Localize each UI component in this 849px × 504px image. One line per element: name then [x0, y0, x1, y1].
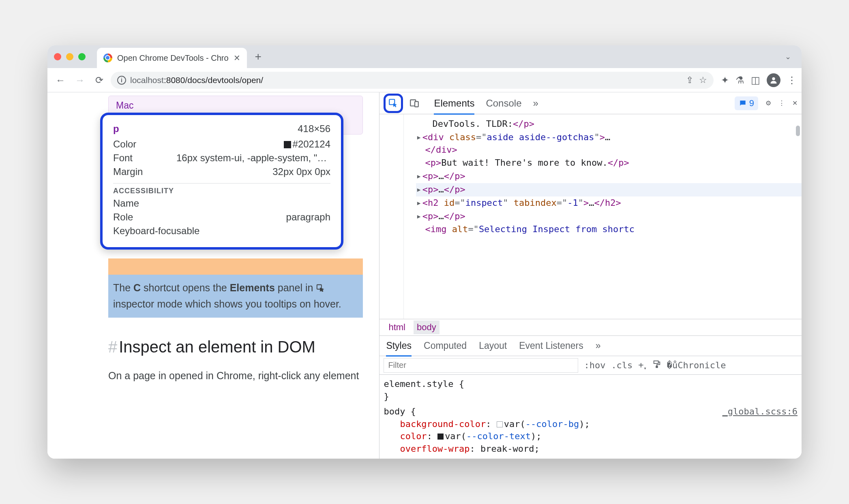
tooltip-role-value: paragraph	[286, 211, 330, 223]
devtools-close-icon[interactable]: ✕	[792, 99, 798, 107]
source-link[interactable]: _global.scss:6	[723, 406, 798, 418]
subtab-layout[interactable]: Layout	[479, 340, 507, 351]
svg-point-0	[772, 77, 775, 80]
tab-title: Open Chrome DevTools - Chro	[117, 53, 229, 63]
tooltip-dimensions: 418×56	[298, 123, 330, 135]
toolbar-icons: ✦ ⚗ ◫ ⋮	[721, 73, 797, 87]
dom-breadcrumb: html body	[379, 319, 802, 336]
tab-console[interactable]: Console	[486, 98, 521, 109]
profile-avatar[interactable]	[767, 73, 780, 87]
tooltip-font-label: Font	[113, 152, 133, 164]
cls-toggle[interactable]: .cls	[611, 360, 632, 370]
maximize-window-button[interactable]	[78, 53, 86, 60]
back-button[interactable]: ←	[52, 72, 69, 88]
section-heading: #Inspect an element in DOM	[108, 338, 363, 356]
rendered-page: Mac Option + C Option + J s panel and DO…	[47, 92, 379, 459]
subtabs-overflow[interactable]: »	[596, 340, 601, 351]
tooltip-name-label: Name	[113, 198, 139, 209]
hov-toggle[interactable]: :hov	[584, 360, 605, 370]
styles-toolbar: :hov .cls +▾ �ůChronicle	[379, 356, 802, 375]
tooltip-a11y-heading: ACCESSIBILITY	[113, 187, 330, 195]
svg-rect-6	[656, 366, 658, 368]
chrome-favicon	[103, 53, 112, 62]
tab-list-dropdown[interactable]: ⌄	[781, 52, 795, 61]
css-decl-overflow-wrap[interactable]: overflow-wrap: break-word;	[384, 443, 798, 455]
highlighted-paragraph: The C shortcut opens the Elements panel …	[108, 258, 363, 318]
url-host: localhost	[130, 75, 164, 85]
margin-overlay	[108, 258, 363, 275]
tooltip-font-value: 16px system-ui, -apple-system, "syste…	[176, 152, 330, 164]
address-bar[interactable]: i localhost:8080/docs/devtools/open/ ⇪ ☆	[111, 72, 714, 89]
tabs-overflow[interactable]: »	[533, 98, 538, 109]
color-swatch-icon[interactable]	[497, 421, 503, 427]
subtab-computed[interactable]: Computed	[424, 340, 467, 351]
browser-tab[interactable]: Open Chrome DevTools - Chro ✕	[97, 48, 247, 68]
css-rule-body[interactable]: body { _global.scss:6	[384, 406, 798, 418]
tooltip-tagname: p	[113, 123, 119, 135]
color-swatch-icon[interactable]	[437, 434, 444, 440]
tooltip-color-value: #202124	[293, 139, 330, 149]
content-overlay: The C shortcut opens the Elements panel …	[108, 275, 363, 318]
scrollbar-thumb[interactable]	[796, 126, 800, 136]
breadcrumb-html[interactable]: html	[385, 320, 409, 334]
devtools-tabs: Elements Console »	[434, 98, 538, 109]
device-toolbar-button[interactable]	[407, 96, 422, 111]
tooltip-margin-value: 32px 0px 0px	[272, 166, 330, 177]
extensions-icon[interactable]: ✦	[721, 75, 729, 86]
computed-sidebar-toggle-icon[interactable]: �ůChronicle	[667, 360, 726, 370]
url-path: :8080/docs/devtools/open/	[164, 75, 263, 85]
elements-gutter	[379, 114, 404, 319]
selected-dom-node[interactable]: ▸<p>…</p>	[416, 183, 802, 196]
side-panel-icon[interactable]: ◫	[751, 75, 760, 86]
styles-filter-input[interactable]	[384, 358, 578, 373]
elements-dom-tree[interactable]: DevTools. TLDR:</p> ▸<div class="aside a…	[379, 114, 802, 319]
devtools-panel: Elements Console » 9 ⚙ ⋮ ✕ DevTools	[379, 92, 802, 459]
paint-icon[interactable]	[652, 360, 661, 371]
window-controls	[54, 53, 86, 60]
devtools-settings-icon[interactable]: ⚙	[765, 99, 771, 107]
css-decl-color[interactable]: color: var(--color-text);	[384, 430, 798, 443]
tab-close-button[interactable]: ✕	[234, 53, 240, 63]
devtools-header: Elements Console » 9 ⚙ ⋮ ✕	[379, 92, 802, 114]
window-title-bar: Open Chrome DevTools - Chro ✕ + ⌄	[47, 45, 802, 68]
inspect-glyph-icon	[316, 282, 325, 297]
content-area: Mac Option + C Option + J s panel and DO…	[47, 92, 802, 459]
chrome-menu-icon[interactable]: ⋮	[787, 75, 797, 86]
reload-button[interactable]: ⟳	[91, 72, 107, 88]
breadcrumb-body[interactable]: body	[414, 320, 440, 334]
new-tab-button[interactable]: +	[255, 50, 262, 63]
labs-icon[interactable]: ⚗	[735, 75, 744, 86]
styles-pane[interactable]: element.style { } body { _global.scss:6 …	[379, 375, 802, 459]
css-decl-background-color[interactable]: background-color: var(--color-bg);	[384, 418, 798, 431]
toolbar: ← → ⟳ i localhost:8080/docs/devtools/ope…	[47, 68, 802, 92]
share-icon[interactable]: ⇪	[686, 75, 693, 85]
svg-rect-5	[654, 361, 658, 363]
tab-elements[interactable]: Elements	[434, 98, 474, 109]
inspect-element-button[interactable]	[384, 94, 403, 113]
tooltip-focusable-label: Keyboard-focusable	[113, 225, 199, 237]
os-label-mac: Mac	[116, 100, 355, 111]
svg-rect-4	[415, 101, 418, 107]
forward-button[interactable]: →	[72, 72, 88, 88]
styles-subtabs: Styles Computed Layout Event Listeners »	[379, 336, 802, 356]
tooltip-role-label: Role	[113, 211, 133, 223]
devtools-menu-icon[interactable]: ⋮	[778, 99, 785, 107]
new-style-rule-button[interactable]: +▾	[638, 360, 646, 371]
subtab-styles[interactable]: Styles	[386, 340, 412, 351]
color-swatch-icon	[284, 141, 291, 148]
element-inspect-tooltip: p 418×56 Color#202124 Font16px system-ui…	[100, 113, 343, 250]
tooltip-color-label: Color	[113, 139, 136, 150]
element-style-rule[interactable]: element.style {	[384, 378, 798, 391]
close-window-button[interactable]	[54, 53, 61, 60]
browser-window: Open Chrome DevTools - Chro ✕ + ⌄ ← → ⟳ …	[47, 45, 802, 459]
site-info-icon[interactable]: i	[117, 76, 126, 85]
subtab-event-listeners[interactable]: Event Listeners	[519, 340, 583, 351]
anchor-hash[interactable]: #	[108, 338, 117, 356]
bookmark-icon[interactable]: ☆	[699, 75, 707, 85]
minimize-window-button[interactable]	[66, 53, 73, 60]
tooltip-margin-label: Margin	[113, 166, 143, 177]
issues-badge[interactable]: 9	[735, 96, 758, 110]
paragraph-body: On a page in opened in Chrome, right-cli…	[108, 370, 363, 382]
